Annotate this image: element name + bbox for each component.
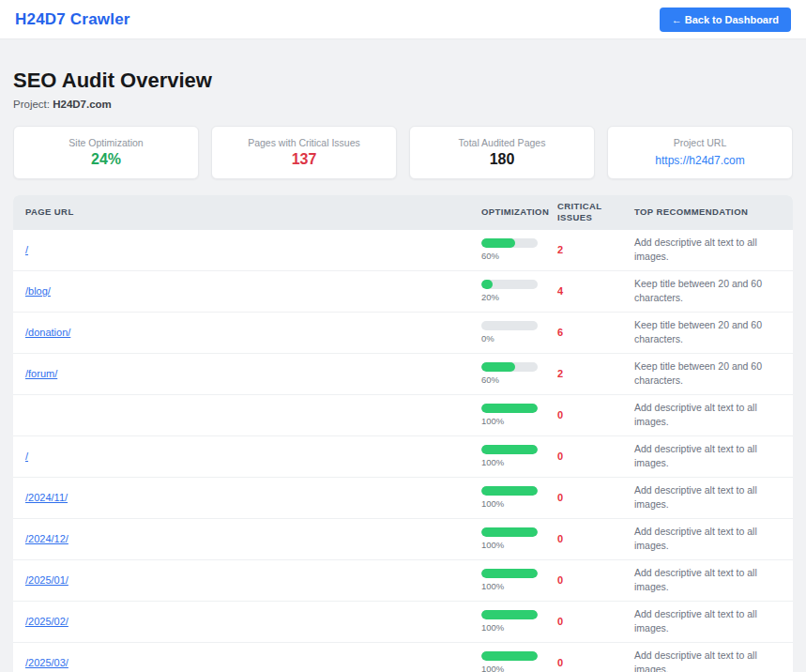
optimization-progress-bar: [481, 610, 538, 619]
recommendation-cell: Keep title between 20 and 60 characters.: [622, 271, 793, 312]
recommendation-text: Keep title between 20 and 60 characters.: [634, 277, 793, 305]
top-bar: H24D7 Crawler ← Back to Dashboard: [0, 0, 806, 39]
recommendation-text: Add descriptive alt text to all images.: [634, 401, 793, 429]
table-row: /blog/ 20% 4 Keep title between 20 and 6…: [13, 271, 793, 313]
page-url-cell: /2024/11/: [13, 478, 469, 518]
optimization-cell: 100%: [469, 643, 545, 672]
table-row: /2024/11/ 100% 0 Add descriptive alt tex…: [13, 478, 793, 519]
table-row: /2024/12/ 100% 0 Add descriptive alt tex…: [13, 519, 793, 560]
optimization-percent-label: 100%: [481, 498, 504, 509]
project-url-link[interactable]: https://h24d7.com: [655, 154, 744, 167]
optimization-cell: 100%: [469, 478, 545, 518]
column-header-page-url: Page URL: [13, 195, 469, 230]
critical-issues-count: 0: [557, 616, 563, 627]
page-url-link[interactable]: /blog/: [25, 285, 51, 297]
recommendation-text: Add descriptive alt text to all images.: [634, 607, 793, 635]
recommendation-cell: Add descriptive alt text to all images.: [622, 478, 793, 518]
table-row: /forum/ 60% 2 Keep title between 20 and …: [13, 354, 793, 395]
optimization-percent-label: 60%: [481, 251, 499, 261]
page-url-link[interactable]: /: [25, 244, 28, 255]
stat-label: Total Audited Pages: [459, 137, 546, 148]
critical-issues-count: 2: [557, 244, 563, 255]
recommendation-text: Add descriptive alt text to all images.: [634, 442, 793, 470]
critical-issues-cell: 2: [545, 230, 622, 270]
optimization-percent-label: 100%: [481, 664, 504, 672]
audit-table: Page URL Optimization Critical Issues To…: [13, 195, 793, 672]
critical-issues-count: 4: [557, 285, 563, 297]
column-header-top-recommendation: Top Recommendation: [622, 195, 793, 230]
critical-issues-count: 2: [557, 368, 563, 379]
table-body: / 60% 2 Add descriptive alt text to all …: [13, 230, 793, 672]
optimization-percent-label: 100%: [481, 540, 504, 550]
project-name: H24D7.com: [53, 99, 112, 110]
critical-issues-cell: 6: [545, 313, 622, 353]
table-row: /2025/01/ 100% 0 Add descriptive alt tex…: [13, 560, 793, 602]
recommendation-cell: Keep title between 20 and 60 characters.: [622, 313, 793, 353]
column-header-optimization: Optimization: [469, 195, 545, 230]
table-row: / 60% 2 Add descriptive alt text to all …: [13, 230, 793, 271]
stat-label: Site Optimization: [68, 137, 143, 148]
optimization-cell: 100%: [469, 519, 545, 559]
recommendation-text: Keep title between 20 and 60 characters.: [634, 359, 793, 388]
recommendation-text: Add descriptive alt text to all images.: [634, 525, 793, 553]
critical-issues-cell: 0: [545, 436, 622, 477]
optimization-progress-bar: [481, 569, 538, 578]
table-header-row: Page URL Optimization Critical Issues To…: [13, 195, 793, 230]
recommendation-cell: Keep title between 20 and 60 characters.: [622, 354, 793, 394]
page-url-cell: /forum/: [13, 354, 469, 394]
optimization-progress-bar: [481, 445, 538, 454]
page-url-cell: /2025/03/: [13, 643, 469, 672]
page-url-link[interactable]: /2025/03/: [25, 657, 68, 668]
stat-card-critical-issues: Pages with Critical Issues 137: [211, 126, 397, 179]
optimization-progress-bar: [481, 527, 538, 537]
page-url-link[interactable]: /2024/11/: [25, 492, 68, 503]
optimization-progress-bar: [481, 651, 538, 661]
page-url-link[interactable]: /2025/02/: [25, 616, 68, 627]
page-url-link[interactable]: /: [25, 451, 28, 462]
page-url-link[interactable]: /donation/: [25, 327, 70, 338]
stat-label: Pages with Critical Issues: [248, 137, 360, 148]
page-url-cell: /blog/: [13, 271, 469, 312]
stat-value-site-optimization: 24%: [91, 151, 121, 168]
optimization-cell: 100%: [469, 602, 545, 642]
page-url-link[interactable]: /2024/12/: [25, 533, 68, 544]
critical-issues-count: 0: [557, 657, 563, 668]
page-url-cell: [13, 395, 469, 435]
page-title: SEO Audit Overview: [13, 69, 793, 93]
optimization-percent-label: 60%: [481, 374, 499, 385]
optimization-progress-fill: [481, 238, 515, 248]
app-title: H24D7 Crawler: [15, 10, 130, 29]
critical-issues-cell: 4: [545, 271, 622, 312]
page-url-cell: /2024/12/: [13, 519, 469, 559]
stat-value-critical-issues: 137: [292, 151, 317, 168]
optimization-cell: 100%: [469, 560, 545, 601]
recommendation-cell: Add descriptive alt text to all images.: [622, 395, 793, 435]
page-url-cell: /donation/: [13, 313, 469, 353]
page-url-cell: /: [13, 230, 469, 270]
recommendation-text: Add descriptive alt text to all images.: [634, 236, 793, 264]
recommendation-text: Keep title between 20 and 60 characters.: [634, 318, 793, 346]
optimization-progress-fill: [481, 445, 538, 454]
optimization-progress-fill: [481, 610, 538, 619]
back-to-dashboard-button[interactable]: ← Back to Dashboard: [660, 8, 791, 32]
optimization-progress-bar: [481, 238, 538, 248]
optimization-cell: 100%: [469, 395, 545, 435]
critical-issues-count: 0: [557, 533, 563, 544]
main-content: SEO Audit Overview Project: H24D7.com Si…: [0, 69, 806, 672]
critical-issues-cell: 0: [545, 643, 622, 672]
table-row: /2025/02/ 100% 0 Add descriptive alt tex…: [13, 602, 793, 643]
optimization-cell: 60%: [469, 354, 545, 394]
optimization-progress-bar: [481, 486, 538, 496]
optimization-progress-bar: [481, 280, 538, 289]
page-url-link[interactable]: /2025/01/: [25, 574, 68, 586]
optimization-progress-fill: [481, 651, 538, 661]
table-row: 100% 0 Add descriptive alt text to all i…: [13, 395, 793, 436]
project-subtitle: Project: H24D7.com: [13, 99, 793, 110]
optimization-progress-fill: [481, 362, 515, 372]
page-url-link[interactable]: /forum/: [25, 368, 57, 379]
optimization-progress-fill: [481, 527, 538, 537]
critical-issues-count: 6: [557, 327, 563, 338]
optimization-progress-bar: [481, 321, 538, 330]
column-header-critical-issues: Critical Issues: [545, 195, 622, 230]
recommendation-text: Add descriptive alt text to all images.: [634, 483, 793, 512]
